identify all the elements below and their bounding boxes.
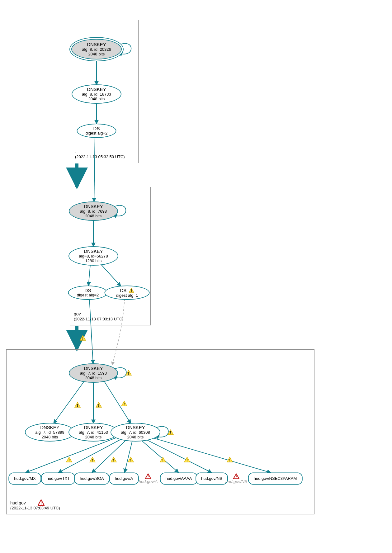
- error-icon: !: [145, 474, 151, 479]
- svg-text:!: !: [148, 475, 149, 479]
- rr-aaaa: hud.gov/AAAA: [160, 473, 198, 485]
- svg-text:!: !: [98, 403, 99, 408]
- error-icon: !: [38, 499, 45, 506]
- warning-icon: !: [128, 456, 134, 463]
- zone-gov-label: gov (2022-11-13 07:03:13 UTC): [74, 311, 124, 322]
- svg-text:!: !: [236, 475, 237, 479]
- node-root-ksk: DNSKEY alg=8, id=20326 2048 bits: [71, 39, 122, 59]
- svg-text:!: !: [170, 431, 171, 435]
- node-gov-ksk: DNSKEY alg=8, id=7698 2048 bits: [69, 201, 118, 221]
- svg-text:!: !: [92, 458, 93, 462]
- svg-text:!: !: [68, 458, 70, 462]
- warning-icon: !: [111, 456, 117, 463]
- node-gov-ds1: DS ! digest alg=1: [105, 286, 150, 300]
- warning-icon: !: [96, 402, 102, 408]
- svg-text:!: !: [229, 458, 230, 462]
- node-root-ds: DS digest alg=2: [77, 124, 116, 138]
- svg-text:!: !: [130, 458, 131, 462]
- node-gov-ds2: DS digest alg=2: [68, 286, 108, 300]
- warning-icon: !: [125, 370, 132, 376]
- node-root-zsk: DNSKEY alg=8, id=18733 2048 bits: [72, 84, 121, 104]
- rr-nsec: hud.gov/NSEC3PARAM: [248, 473, 303, 485]
- warning-icon: !: [74, 402, 81, 408]
- warning-icon: !: [89, 456, 96, 463]
- svg-text:!: !: [162, 458, 163, 462]
- rr-ns: hud.gov/NS: [196, 473, 228, 485]
- svg-text:!: !: [40, 501, 42, 506]
- warning-icon: !: [121, 400, 127, 407]
- warning-icon: !: [160, 456, 166, 463]
- rr-ns-ghost: ! hud.gov/NS: [225, 474, 248, 484]
- warning-icon: !: [80, 335, 86, 341]
- rr-a-ghost: ! hud.gov/A: [139, 474, 158, 484]
- svg-text:!: !: [131, 289, 132, 292]
- svg-text:!: !: [113, 458, 114, 462]
- svg-text:!: !: [128, 371, 129, 376]
- zone-root-label: . (2022-11-13 05:32:50 UTC): [75, 149, 125, 160]
- node-hud-ksk: DNSKEY alg=7, id=1593 2048 bits: [69, 363, 118, 383]
- node-gov-zsk: DNSKEY alg=8, id=56278 1280 bits: [68, 246, 118, 266]
- warning-icon: !: [227, 456, 233, 463]
- warning-icon: !: [168, 429, 174, 435]
- svg-text:!: !: [77, 403, 78, 408]
- rr-a: hud.gov/A: [109, 473, 139, 485]
- warning-icon: !: [66, 456, 72, 463]
- node-hud-k1: DNSKEY alg=7, id=57899 2048 bits: [25, 423, 75, 442]
- svg-text:!: !: [124, 402, 125, 406]
- svg-text:!: !: [82, 336, 83, 341]
- zone-hudgov-label: hud.gov (2022-11-13 07:03:49 UTC): [10, 500, 60, 511]
- rr-txt: hud.gov/TXT: [41, 473, 75, 485]
- warning-icon: !: [184, 456, 190, 463]
- rr-soa: hud.gov/SOA: [74, 473, 109, 485]
- node-hud-k3: DNSKEY alg=7, id=60308 2048 bits: [111, 423, 160, 442]
- error-icon: !: [233, 474, 239, 479]
- rr-mx: hud.gov/MX: [8, 473, 41, 485]
- svg-text:!: !: [187, 458, 188, 462]
